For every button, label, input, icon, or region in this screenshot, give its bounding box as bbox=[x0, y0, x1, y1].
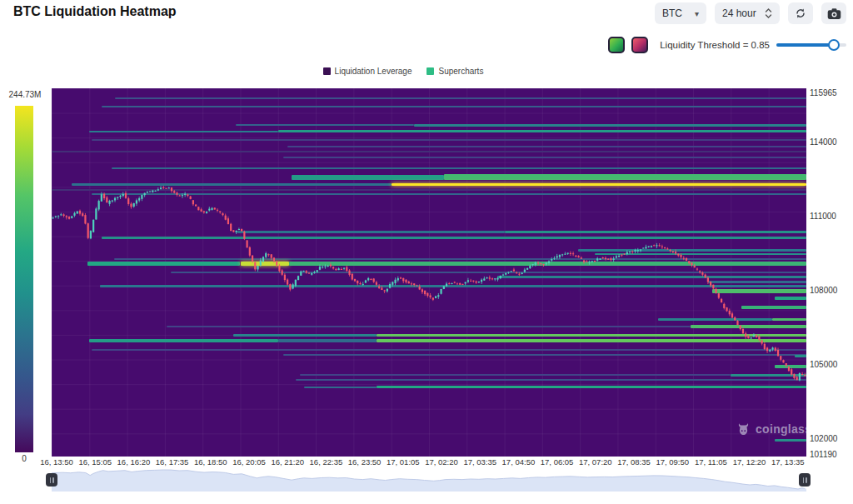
legend-label: Liquidation Leverage bbox=[335, 67, 412, 76]
interval-select-value: 24 hour bbox=[722, 7, 756, 19]
coinglass-logo-icon bbox=[736, 422, 751, 436]
chevron-down-icon: ▾ bbox=[695, 9, 699, 18]
colorbar-max-label: 244.73M bbox=[2, 90, 48, 99]
chevron-up-down-icon bbox=[765, 7, 772, 19]
time-tick-label: 17, 09:50 bbox=[656, 457, 689, 467]
price-axis: 1159651140001110001080001050001020001011… bbox=[810, 0, 853, 467]
time-tick-label: 17, 07:20 bbox=[579, 457, 612, 467]
time-tick-label: 16, 16:20 bbox=[117, 457, 151, 467]
coinglass-watermark-text: coinglass bbox=[756, 422, 806, 436]
time-tick-label: 16, 18:50 bbox=[194, 457, 227, 467]
legend-swatch-purple bbox=[323, 67, 331, 75]
navigator-area-chart bbox=[52, 468, 806, 492]
liquidity-threshold-label: Liquidity Threshold = 0.85 bbox=[660, 40, 770, 50]
time-tick-label: 17, 06:05 bbox=[541, 457, 574, 467]
price-tick-label: 114000 bbox=[810, 137, 837, 147]
legend-item-supercharts[interactable]: Supercharts bbox=[426, 67, 483, 76]
interval-select[interactable]: 24 hour bbox=[715, 2, 780, 24]
long-gradient-swatch[interactable] bbox=[608, 37, 625, 53]
price-tick-label: 108000 bbox=[810, 286, 837, 295]
symbol-select[interactable]: BTC ▾ bbox=[655, 2, 706, 24]
coinglass-watermark: coinglass bbox=[736, 422, 806, 436]
navigator-left-handle[interactable] bbox=[46, 473, 57, 487]
symbol-select-value: BTC bbox=[662, 7, 682, 19]
legend-swatch-green bbox=[426, 67, 434, 75]
time-tick-label: 17, 02:20 bbox=[425, 457, 458, 467]
time-tick-label: 16, 20:05 bbox=[232, 457, 266, 467]
time-tick-label: 16, 22:35 bbox=[310, 457, 343, 467]
time-tick-label: 17, 12:20 bbox=[733, 457, 766, 467]
time-tick-label: 16, 23:50 bbox=[348, 457, 382, 467]
price-tick-label: 102000 bbox=[810, 434, 837, 443]
navigator-right-handle[interactable] bbox=[799, 473, 811, 487]
chart-legend: Liquidation Leverage Supercharts bbox=[0, 67, 806, 76]
range-navigator[interactable] bbox=[52, 468, 806, 492]
legend-item-liquidation-leverage[interactable]: Liquidation Leverage bbox=[323, 67, 412, 76]
time-tick-label: 17, 04:50 bbox=[502, 457, 536, 467]
time-tick-label: 17, 08:35 bbox=[617, 457, 651, 467]
time-tick-label: 16, 17:35 bbox=[156, 457, 189, 467]
time-tick-label: 16, 15:05 bbox=[78, 457, 112, 467]
refresh-icon bbox=[794, 7, 807, 20]
candlestick-series bbox=[52, 88, 806, 457]
page-title: BTC Liquidation Heatmap bbox=[13, 4, 177, 19]
price-tick-label: 111000 bbox=[810, 212, 836, 221]
liquidation-colorbar bbox=[15, 106, 33, 452]
price-tick-label: 115965 bbox=[810, 88, 837, 97]
time-tick-label: 17, 11:05 bbox=[695, 457, 727, 467]
time-tick-label: 17, 13:35 bbox=[771, 457, 805, 467]
time-tick-label: 17, 03:35 bbox=[463, 457, 496, 467]
price-tick-label: 105000 bbox=[810, 360, 837, 369]
short-gradient-swatch[interactable] bbox=[631, 37, 648, 53]
time-tick-label: 16, 21:20 bbox=[271, 457, 304, 467]
time-tick-label: 17, 01:05 bbox=[387, 457, 420, 467]
time-tick-label: 16, 13:50 bbox=[40, 457, 73, 467]
time-axis: 16, 13:5016, 15:0516, 16:2016, 17:3516, … bbox=[0, 457, 841, 468]
btc-liquidation-heatmap-app: BTC Liquidation Heatmap BTC ▾ 24 hour bbox=[0, 0, 853, 504]
legend-label: Supercharts bbox=[438, 67, 483, 76]
heatmap-chart-canvas[interactable]: coinglass bbox=[52, 88, 806, 457]
